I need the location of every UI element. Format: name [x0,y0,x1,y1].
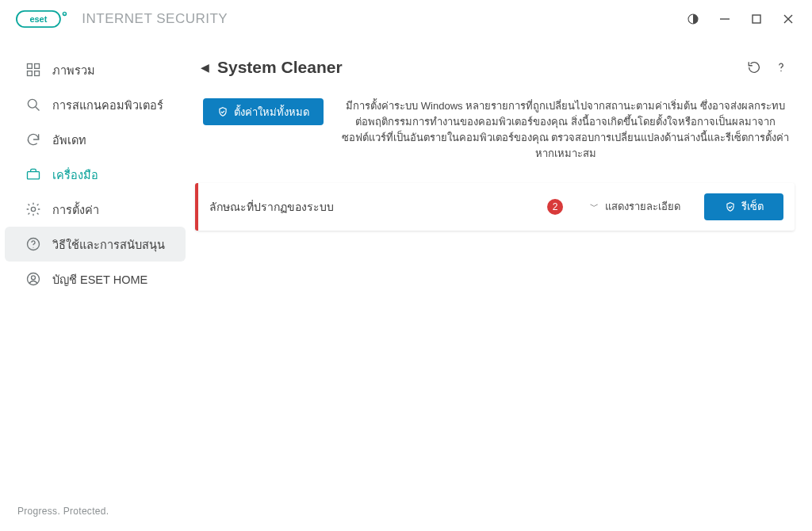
brand-logo: eset R [16,10,74,28]
sidebar-item-update[interactable]: อัพเดท [5,122,186,157]
refresh-button[interactable] [741,54,768,81]
issue-title: ลักษณะที่ปรากฏของระบบ [209,198,334,216]
svg-point-21 [780,71,782,72]
user-icon [25,271,41,287]
sidebar: ภาพรวม การสแกนคอมพิวเตอร์ อัพเดท เครื่อง… [0,38,190,531]
shield-icon [217,106,228,117]
svg-rect-6 [753,15,760,23]
window-maximize[interactable] [741,3,772,35]
details-label: แสดงรายละเอียด [605,198,680,215]
page-title: System Cleaner [217,58,343,77]
sidebar-item-settings[interactable]: การตั้งค่า [5,192,186,227]
help-button[interactable] [768,54,795,81]
main-content: ◀ System Cleaner ตั้งค่าใหม่ทั้งหมด มีกา… [190,38,812,531]
help-icon [25,236,41,252]
sidebar-item-label: ภาพรวม [52,61,95,79]
dashboard-icon [25,62,41,78]
svg-point-13 [28,99,36,108]
reset-button[interactable]: รีเซ็ต [704,193,783,220]
sidebar-item-label: การสแกนคอมพิวเตอร์ [52,96,163,114]
sidebar-item-label: การตั้งค่า [52,201,99,219]
sidebar-item-tools[interactable]: เครื่องมือ [5,157,186,192]
svg-text:eset: eset [29,14,47,24]
restore-all-button[interactable]: ตั้งค่าใหม่ทั้งหมด [203,98,324,125]
toolbox-icon [25,166,41,182]
intro-text: มีการตั้งค่าระบบ Windows หลายรายการที่ถู… [341,98,795,162]
window-minimize[interactable] [709,3,741,35]
product-name: INTERNET SECURITY [82,11,228,27]
svg-rect-11 [28,71,33,76]
sidebar-item-label: บัญชี ESET HOME [52,270,147,288]
svg-rect-10 [35,64,40,69]
contrast-toggle[interactable] [677,3,709,35]
issue-card: ลักษณะที่ปรากฏของระบบ 2 ﹀ แสดงรายละเอียด… [195,183,795,231]
sidebar-item-overview[interactable]: ภาพรวม [5,52,186,87]
chevron-down-icon: ﹀ [590,201,599,212]
footer-tagline: Progress. Protected. [0,506,190,531]
svg-rect-9 [28,64,33,69]
show-details-toggle[interactable]: ﹀ แสดงรายละเอียด [590,198,680,215]
button-label: รีเซ็ต [741,198,764,215]
sidebar-item-label: เครื่องมือ [52,166,98,184]
sidebar-item-scan[interactable]: การสแกนคอมพิวเตอร์ [5,87,186,122]
svg-point-20 [32,276,36,280]
svg-text:R: R [63,13,66,17]
shield-icon [725,201,736,212]
svg-rect-15 [28,172,40,179]
gear-icon [25,201,41,217]
back-button[interactable]: ◀ [195,61,214,74]
svg-line-14 [36,107,40,111]
svg-rect-12 [35,71,40,76]
sidebar-item-account[interactable]: บัญชี ESET HOME [5,262,186,296]
refresh-icon [25,132,41,147]
button-label: ตั้งค่าใหม่ทั้งหมด [234,104,309,120]
sidebar-item-label: อัพเดท [52,131,86,149]
sidebar-item-help[interactable]: วิธีใช้และการสนับสนุน [5,227,186,262]
sidebar-item-label: วิธีใช้และการสนับสนุน [52,235,165,254]
search-icon [25,97,41,113]
issue-count-badge: 2 [547,199,563,215]
window-close[interactable] [772,3,804,35]
svg-point-16 [31,207,35,211]
titlebar: eset R INTERNET SECURITY [0,0,812,38]
svg-point-18 [33,247,34,248]
